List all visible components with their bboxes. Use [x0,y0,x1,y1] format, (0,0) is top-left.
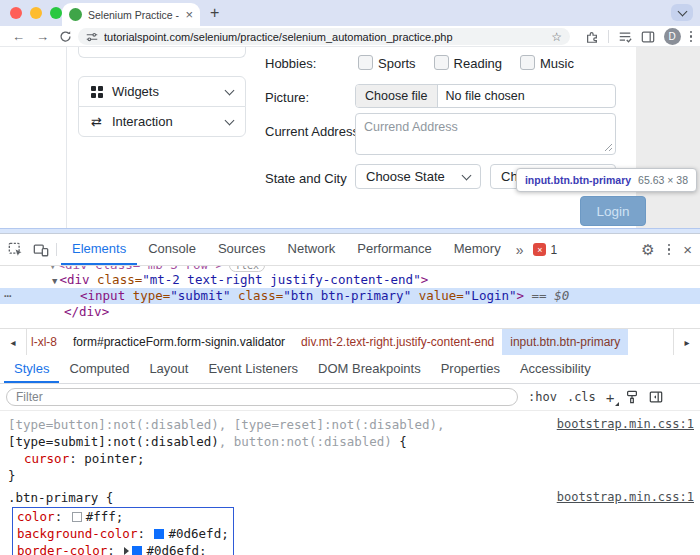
profile-avatar[interactable]: D [664,28,681,45]
tab-dom-breakpoints[interactable]: DOM Breakpoints [308,355,431,383]
browser-toolbar: ← → tutorialspoint.com/selenium/practice… [0,26,700,47]
tab-close-icon[interactable]: × [185,8,193,21]
window-controls [10,7,62,19]
css-declaration[interactable]: border-color: #0d6efd; [17,542,229,555]
tab-layout[interactable]: Layout [139,355,198,383]
expand-arrow-icon[interactable]: ▼ [50,266,55,271]
tab-search-button[interactable] [671,4,693,21]
close-window-button[interactable] [10,7,22,19]
maximize-window-button[interactable] [50,7,62,19]
more-tabs-button[interactable]: » [512,242,528,258]
chevron-down-icon [225,116,235,126]
colon: : [137,526,152,541]
extensions-icon[interactable] [585,30,599,44]
dom-row-div-close[interactable]: </div> [0,304,700,320]
minimize-window-button[interactable] [30,7,42,19]
color-swatch[interactable] [154,529,164,539]
tab-styles[interactable]: Styles [4,355,59,383]
new-style-rule-button[interactable]: + [606,390,615,405]
dom-row-div-open[interactable]: ▼<div class="mt-2 text-right justify-con… [0,272,700,288]
breadcrumb-item[interactable]: l-xl-8 [27,329,65,355]
css-rule-selector-line[interactable]: [type=button]:not(:disabled), [type=rese… [8,416,694,433]
tab-sources[interactable]: Sources [207,234,277,265]
css-rule-selector-line[interactable]: .btn-primary { bootstrap.min.css:1 [8,489,694,506]
settings-gear-icon[interactable]: ⚙ [641,242,654,257]
css-declaration[interactable]: cursor: pointer; [8,450,694,467]
url-text[interactable]: tutorialspoint.com/selenium/practice/sel… [104,31,545,43]
resize-handle-icon[interactable] [604,143,613,152]
colon: : [55,509,70,524]
rendering-emulation-icon[interactable] [625,390,639,404]
bookmark-star-icon[interactable]: ☆ [551,30,562,44]
expand-arrow-icon[interactable]: ▼ [52,276,57,286]
state-select[interactable]: Choose State [355,164,481,189]
breadcrumb-scroll-right-button[interactable]: ▸ [673,329,700,355]
inspect-element-icon[interactable] [8,242,24,258]
dom-row-input-selected[interactable]: ⋯<input type="submit" class="btn btn-pri… [0,288,700,304]
color-swatch[interactable] [132,546,142,555]
checkbox-icon[interactable] [358,55,373,70]
breadcrumb-item-selected[interactable]: input.btn.btn-primary [502,329,628,355]
more-actions-icon[interactable]: ⋯ [4,288,13,304]
browser-menu-button[interactable] [690,31,693,43]
checkbox-sports[interactable]: Sports [358,55,416,71]
side-panel-icon[interactable] [641,30,655,44]
css-declaration[interactable]: background-color: #0d6efd; [17,525,229,542]
address-textarea[interactable]: Currend Address [355,113,616,155]
sidebar-toggle-icon[interactable] [649,390,663,404]
browser-tab[interactable]: Selenium Practice - Student F × [62,3,200,26]
breadcrumb-item[interactable]: form#practiceForm.form-signin.validator [65,329,293,355]
forward-button[interactable]: → [36,29,49,44]
css-declaration[interactable]: color: #fff; [17,508,229,525]
triangle-left-icon: ◂ [10,337,15,348]
tab-performance[interactable]: Performance [346,234,442,265]
color-swatch[interactable] [72,512,82,522]
toggle-hover-state[interactable]: :hov [528,390,557,404]
reading-list-icon[interactable] [618,30,632,44]
checkbox-icon[interactable] [520,55,535,70]
file-input[interactable]: Choose file No file chosen [355,84,616,108]
checkbox-icon[interactable] [434,55,449,70]
styles-filter-input[interactable]: Filter [6,388,518,406]
error-badge-icon[interactable]: × [533,243,546,256]
new-tab-button[interactable]: + [210,4,219,22]
tab-memory[interactable]: Memory [443,234,512,265]
checkbox-reading[interactable]: Reading [434,55,502,71]
tag-bracket: > [517,288,525,303]
stylesheet-link[interactable]: bootstrap.min.css:1 [557,489,694,506]
login-button[interactable]: Login [580,196,646,226]
reload-icon [59,30,72,43]
filter-placeholder: Filter [16,390,43,404]
stylesheet-link[interactable]: bootstrap.min.css:1 [557,416,694,433]
colon: : [107,543,122,555]
choose-file-button[interactable]: Choose file [356,85,438,107]
devtools-menu-button[interactable] [668,244,671,256]
dollar-zero-hint: == $0 [524,288,569,303]
tab-network[interactable]: Network [277,234,347,265]
property-name: cursor [24,451,69,466]
css-rule-selector-line[interactable]: [type=submit]:not(:disabled), button:not… [8,433,694,450]
error-count[interactable]: 1 [550,243,557,257]
highlighted-declarations-box: color: #fff; background-color: #0d6efd; … [12,507,234,555]
site-settings-icon[interactable] [86,31,98,43]
sidebar-item-interaction[interactable]: ⇄ Interaction [78,106,246,137]
sidebar-item-widgets[interactable]: Widgets [78,76,246,107]
toggle-classes[interactable]: .cls [567,390,596,404]
expand-triangle-icon[interactable] [124,547,129,555]
tab-console[interactable]: Console [137,234,207,265]
breadcrumb-scroll-left-button[interactable]: ◂ [0,329,27,355]
checkbox-music[interactable]: Music [520,55,574,71]
tab-elements[interactable]: Elements [61,234,137,265]
tab-event-listeners[interactable]: Event Listeners [198,355,308,383]
device-toolbar-icon[interactable] [33,242,49,258]
devtools-close-icon[interactable]: × [683,242,692,257]
back-button[interactable]: ← [12,29,25,44]
tab-accessibility[interactable]: Accessibility [510,355,601,383]
accordion-item-clipped[interactable] [78,47,246,58]
reload-button[interactable] [59,30,72,43]
url-bar[interactable]: tutorialspoint.com/selenium/practice/sel… [78,28,570,45]
tab-properties[interactable]: Properties [431,355,510,383]
card-left-edge [66,47,67,228]
tab-computed[interactable]: Computed [59,355,139,383]
breadcrumb-item[interactable]: div.mt-2.text-right.justify-content-end [293,329,502,355]
